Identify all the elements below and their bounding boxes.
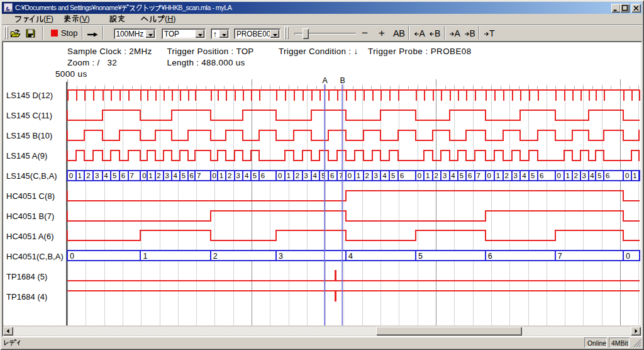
- svg-text:4: 4: [382, 172, 387, 179]
- svg-text:HC4051 A(6): HC4051 A(6): [6, 232, 54, 241]
- svg-text:A: A: [323, 76, 328, 85]
- svg-text:7: 7: [477, 172, 480, 179]
- svg-text:2: 2: [365, 172, 369, 179]
- svg-text:7: 7: [197, 172, 201, 179]
- svg-text:4: 4: [245, 172, 249, 179]
- svg-text:6: 6: [540, 172, 543, 179]
- svg-text:5: 5: [113, 172, 116, 179]
- svg-text:5: 5: [460, 172, 464, 179]
- svg-text:6: 6: [121, 172, 125, 179]
- svg-text:0: 0: [70, 252, 74, 261]
- svg-text:3: 3: [443, 172, 447, 179]
- svg-text:5: 5: [418, 252, 423, 261]
- svg-text:0: 0: [278, 172, 282, 179]
- svg-text:7: 7: [558, 252, 562, 261]
- svg-text:5: 5: [597, 172, 601, 179]
- svg-text:4: 4: [451, 172, 455, 179]
- svg-text:7: 7: [130, 172, 134, 179]
- svg-text:1: 1: [565, 172, 569, 179]
- svg-text:6: 6: [606, 172, 609, 179]
- svg-text:1: 1: [633, 172, 636, 179]
- svg-text:LS145 D(12): LS145 D(12): [6, 91, 53, 100]
- svg-text:B: B: [340, 76, 345, 85]
- svg-text:HC4051 B(7): HC4051 B(7): [6, 212, 54, 221]
- svg-text:TP1684 (5): TP1684 (5): [6, 272, 48, 281]
- svg-text:HC4051 C(8): HC4051 C(8): [6, 191, 55, 201]
- svg-text:0: 0: [348, 172, 352, 179]
- svg-text:6: 6: [330, 172, 334, 179]
- svg-text:6: 6: [261, 172, 265, 179]
- svg-text:3: 3: [374, 172, 377, 179]
- svg-text:0: 0: [142, 172, 146, 179]
- svg-text:1: 1: [496, 172, 500, 179]
- svg-text:4: 4: [522, 172, 526, 179]
- svg-text:2: 2: [574, 172, 577, 179]
- svg-text:LS145 C(11): LS145 C(11): [6, 111, 52, 120]
- svg-text:LS145 A(9): LS145 A(9): [6, 151, 48, 161]
- svg-text:5: 5: [391, 172, 395, 179]
- svg-text:4: 4: [590, 172, 594, 179]
- svg-text:1: 1: [143, 252, 147, 261]
- svg-text:2: 2: [435, 172, 438, 179]
- svg-text:0: 0: [625, 172, 629, 179]
- svg-text:2: 2: [228, 172, 231, 179]
- svg-text:2: 2: [296, 172, 299, 179]
- svg-text:1: 1: [287, 172, 291, 179]
- svg-text:6: 6: [468, 172, 472, 179]
- svg-text:5: 5: [182, 172, 186, 179]
- svg-text:1: 1: [357, 172, 360, 179]
- svg-text:2: 2: [157, 172, 160, 179]
- svg-text:0: 0: [69, 172, 73, 179]
- svg-text:2: 2: [86, 172, 90, 179]
- svg-text:1: 1: [219, 172, 223, 179]
- svg-text:LS145 B(10): LS145 B(10): [6, 131, 52, 140]
- svg-text:0: 0: [418, 172, 421, 179]
- svg-text:6: 6: [488, 252, 492, 261]
- svg-text:4: 4: [313, 172, 317, 179]
- svg-text:0: 0: [213, 172, 216, 179]
- svg-text:0: 0: [557, 172, 561, 179]
- svg-text:6: 6: [400, 172, 404, 179]
- svg-text:3: 3: [513, 172, 517, 179]
- svg-text:1: 1: [148, 172, 152, 179]
- svg-text:5: 5: [253, 172, 257, 179]
- svg-text:0: 0: [487, 172, 491, 179]
- svg-text:2: 2: [505, 172, 509, 179]
- svg-text:1: 1: [426, 172, 430, 179]
- svg-text:3: 3: [95, 172, 99, 179]
- svg-text:TP1684 (4): TP1684 (4): [6, 292, 48, 302]
- svg-text:3: 3: [304, 172, 308, 179]
- svg-text:4: 4: [348, 252, 353, 261]
- svg-text:HC4051(C,B,A): HC4051(C,B,A): [6, 252, 64, 261]
- svg-text:3: 3: [236, 172, 240, 179]
- svg-text:4: 4: [104, 172, 108, 179]
- svg-text:0: 0: [626, 252, 630, 261]
- svg-text:5: 5: [531, 172, 535, 179]
- svg-text:LS145(C,B,A): LS145(C,B,A): [6, 171, 57, 181]
- svg-text:1: 1: [77, 172, 81, 179]
- svg-text:3: 3: [165, 172, 169, 179]
- svg-text:3: 3: [582, 172, 586, 179]
- svg-text:2: 2: [213, 252, 218, 261]
- svg-text:4: 4: [174, 172, 178, 179]
- svg-text:3: 3: [279, 252, 283, 261]
- svg-text:6: 6: [189, 172, 193, 179]
